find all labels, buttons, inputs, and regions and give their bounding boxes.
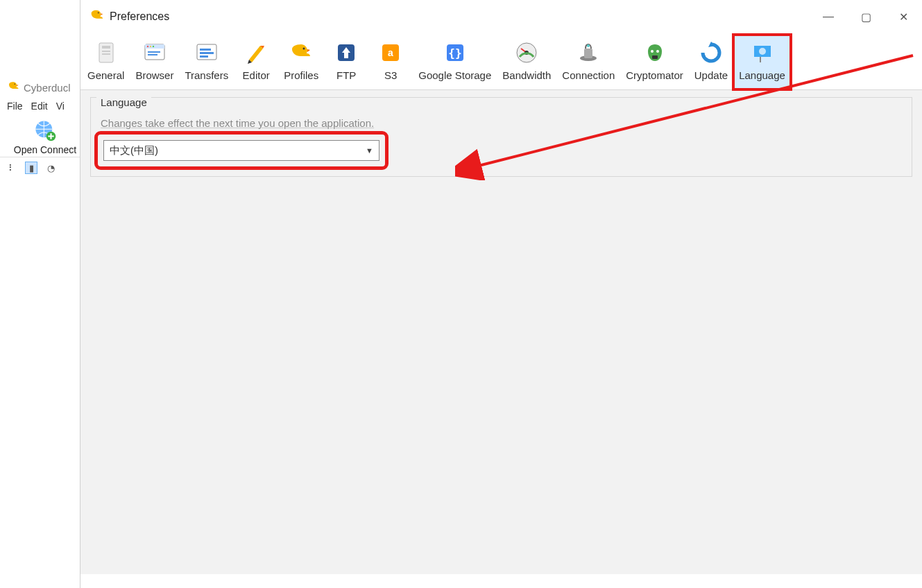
tab-label: General xyxy=(87,69,124,81)
svg-rect-7 xyxy=(102,53,110,55)
main-app-window: Cyberducl File Edit Vi Open Connect ⠇ ▮ … xyxy=(0,78,90,216)
tab-label: FTP xyxy=(336,69,356,81)
menu-edit[interactable]: Edit xyxy=(31,101,48,112)
tab-label: Language xyxy=(739,69,785,81)
svg-point-34 xyxy=(759,48,766,55)
preferences-content: Language Changes take effect the next ti… xyxy=(80,90,922,574)
svg-rect-35 xyxy=(760,57,761,62)
language-help-text: Changes take effect the next time you op… xyxy=(101,117,903,129)
tab-bandwidth[interactable]: Bandwidth xyxy=(497,35,556,89)
tree-view-icon[interactable]: ⠇ xyxy=(6,162,18,174)
svg-rect-28 xyxy=(584,49,592,58)
general-icon xyxy=(92,39,120,67)
svg-rect-13 xyxy=(148,51,160,53)
chevron-down-icon: ▼ xyxy=(366,146,373,155)
bandwidth-icon xyxy=(513,39,540,67)
svg-point-12 xyxy=(153,46,154,47)
preferences-window: Preferences — ▢ ✕ General Browser Transf… xyxy=(80,0,922,588)
preferences-title: Preferences xyxy=(110,10,169,23)
svg-text:{}: {} xyxy=(448,46,461,60)
ftp-icon xyxy=(332,39,360,67)
svg-rect-6 xyxy=(102,51,110,52)
preferences-titlebar: Preferences — ▢ ✕ xyxy=(80,0,922,33)
preferences-toolbar: General Browser Transfers Editor Profile… xyxy=(80,33,922,90)
tab-label: Editor xyxy=(243,69,270,81)
tab-label: Bandwidth xyxy=(502,69,551,81)
language-select[interactable]: 中文(中国) ▼ xyxy=(103,140,379,161)
open-connect-label: Open Connect xyxy=(14,144,76,155)
tab-browser[interactable]: Browser xyxy=(130,35,179,89)
svg-point-11 xyxy=(150,46,151,47)
close-button[interactable]: ✕ xyxy=(885,0,922,33)
svg-rect-32 xyxy=(652,55,658,59)
svg-point-30 xyxy=(651,50,654,53)
svg-rect-5 xyxy=(102,46,110,49)
tab-profiles[interactable]: Profiles xyxy=(278,35,324,89)
svg-rect-18 xyxy=(200,55,208,58)
duck-icon xyxy=(89,8,104,26)
tab-label: S3 xyxy=(384,69,397,81)
svg-point-3 xyxy=(98,12,99,13)
tab-language[interactable]: Language xyxy=(733,35,791,89)
svg-text:a: a xyxy=(388,47,393,58)
tab-label: Browser xyxy=(135,69,173,81)
main-menubar: File Edit Vi xyxy=(0,98,90,114)
tab-s3[interactable]: a S3 xyxy=(368,35,413,89)
globe-plus-icon xyxy=(33,119,57,144)
google-storage-icon: {} xyxy=(441,39,469,67)
profiles-icon xyxy=(287,39,315,67)
list-view-icon[interactable]: ▮ xyxy=(25,162,37,174)
update-icon xyxy=(697,39,725,67)
main-app-title: Cyberducl xyxy=(24,82,71,94)
language-dropdown-highlight: 中文(中国) ▼ xyxy=(99,136,384,165)
minimize-button[interactable]: — xyxy=(810,0,847,33)
cryptomator-icon xyxy=(641,39,669,67)
s3-icon: a xyxy=(377,39,404,67)
tab-label: Cryptomator xyxy=(626,69,683,81)
svg-rect-17 xyxy=(200,52,214,54)
tab-cryptomator[interactable]: Cryptomator xyxy=(620,35,689,89)
window-controls: — ▢ ✕ xyxy=(810,0,922,33)
menu-view[interactable]: Vi xyxy=(56,101,65,112)
tab-label: Update xyxy=(694,69,728,81)
language-selected-value: 中文(中国) xyxy=(110,144,158,157)
tab-google-storage[interactable]: {} Google Storage xyxy=(413,35,497,89)
open-connection-button[interactable]: Open Connect xyxy=(0,114,90,157)
tab-general[interactable]: General xyxy=(82,35,130,89)
tab-connection[interactable]: Connection xyxy=(556,35,620,89)
language-icon xyxy=(749,39,776,67)
tab-label: Profiles xyxy=(284,69,318,81)
language-fieldset: Language Changes take effect the next ti… xyxy=(90,97,912,177)
svg-point-31 xyxy=(656,50,659,53)
view-toolbar: ⠇ ▮ ◔ xyxy=(0,157,90,178)
tab-label: Transfers xyxy=(185,69,228,81)
tab-label: Google Storage xyxy=(418,69,491,81)
duck-icon xyxy=(7,80,19,95)
language-legend: Language xyxy=(96,96,151,108)
tab-editor[interactable]: Editor xyxy=(234,35,278,89)
history-icon[interactable]: ◔ xyxy=(44,162,57,174)
browser-icon xyxy=(141,39,169,67)
transfers-icon xyxy=(193,39,221,67)
svg-point-10 xyxy=(147,46,148,47)
menu-file[interactable]: File xyxy=(7,101,23,112)
maximize-button[interactable]: ▢ xyxy=(847,0,885,33)
tab-label: Connection xyxy=(562,69,615,81)
svg-point-29 xyxy=(587,44,590,47)
svg-rect-16 xyxy=(200,49,211,51)
main-app-titlebar: Cyberducl xyxy=(0,78,90,98)
connection-icon xyxy=(574,39,602,67)
svg-rect-14 xyxy=(148,54,157,55)
tab-transfers[interactable]: Transfers xyxy=(179,35,234,89)
svg-point-0 xyxy=(15,84,16,85)
tab-ftp[interactable]: FTP xyxy=(324,35,368,89)
editor-icon xyxy=(242,39,270,67)
svg-point-19 xyxy=(303,48,305,50)
tab-update[interactable]: Update xyxy=(689,35,733,89)
